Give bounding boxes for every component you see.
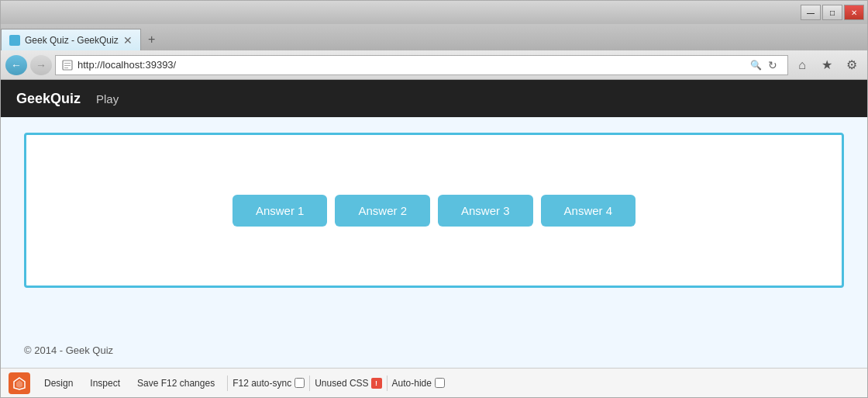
tab-title: Geek Quiz - GeekQuiz <box>25 35 119 46</box>
main-area: Answer 1 Answer 2 Answer 3 Answer 4 <box>1 117 867 333</box>
devtools-bar: Design Inspect Save F12 changes F12 auto… <box>1 368 867 397</box>
favorites-button[interactable]: ★ <box>816 55 838 75</box>
active-tab[interactable]: Geek Quiz - GeekQuiz ✕ <box>1 29 141 50</box>
new-tab-button[interactable]: + <box>141 29 163 50</box>
url-refresh-button[interactable]: ↻ <box>764 56 781 74</box>
autohide-group[interactable]: Auto-hide <box>392 378 445 389</box>
url-box[interactable]: http://localhost:39393/ 🔍 ↻ <box>55 55 788 75</box>
svg-rect-3 <box>64 67 68 68</box>
minimize-button[interactable]: — <box>801 5 821 20</box>
page-content: GeekQuiz Play Answer 1 Answer 2 Answer 3… <box>1 80 867 368</box>
autosync-group[interactable]: F12 auto-sync <box>232 378 305 389</box>
svg-marker-5 <box>16 380 22 388</box>
devtools-logo <box>9 372 30 394</box>
answer-2-button[interactable]: Answer 2 <box>335 195 430 227</box>
unused-css-group: Unused CSS ! <box>315 378 381 389</box>
toolbar-right: ⌂ ★ ⚙ <box>791 55 863 75</box>
settings-button[interactable]: ⚙ <box>841 55 863 75</box>
forward-button[interactable]: → <box>30 55 52 75</box>
autohide-checkbox[interactable] <box>435 378 445 388</box>
inspect-button[interactable]: Inspect <box>82 376 128 391</box>
save-f12-button[interactable]: Save F12 changes <box>129 376 222 391</box>
answer-3-button[interactable]: Answer 3 <box>438 195 533 227</box>
answer-buttons: Answer 1 Answer 2 Answer 3 Answer 4 <box>232 195 636 227</box>
design-button[interactable]: Design <box>36 376 81 391</box>
answer-4-button[interactable]: Answer 4 <box>541 195 636 227</box>
devtools-separator-1 <box>227 376 228 391</box>
css-warning-icon: ! <box>371 378 382 389</box>
home-button[interactable]: ⌂ <box>791 55 813 75</box>
app-navbar: GeekQuiz Play <box>1 80 867 117</box>
devtools-separator-2 <box>309 376 310 391</box>
url-text: http://localhost:39393/ <box>78 59 747 71</box>
autosync-label: F12 auto-sync <box>232 378 291 389</box>
devtools-separator-3 <box>387 376 388 391</box>
close-button[interactable]: ✕ <box>844 5 864 20</box>
url-search-button[interactable]: 🔍 <box>747 56 764 74</box>
play-nav-link[interactable]: Play <box>96 92 119 106</box>
quiz-container: Answer 1 Answer 2 Answer 3 Answer 4 <box>24 133 844 288</box>
svg-rect-2 <box>64 65 71 66</box>
autohide-label: Auto-hide <box>392 378 432 389</box>
footer-text: © 2014 - Geek Quiz <box>24 344 113 356</box>
address-bar: ← → http://localhost:39393/ 🔍 ↻ ⌂ ★ ⚙ <box>1 50 867 80</box>
back-button[interactable]: ← <box>5 55 27 75</box>
tab-bar: Geek Quiz - GeekQuiz ✕ + <box>1 24 867 50</box>
url-page-icon <box>62 60 73 71</box>
tab-close-button[interactable]: ✕ <box>123 34 133 47</box>
browser-window: — □ ✕ Geek Quiz - GeekQuiz ✕ + ← → <box>0 0 868 398</box>
title-bar-controls: — □ ✕ <box>801 5 864 20</box>
title-bar: — □ ✕ <box>1 1 867 24</box>
page-footer: © 2014 - Geek Quiz <box>1 333 867 368</box>
autosync-checkbox[interactable] <box>294 378 305 388</box>
app-brand: GeekQuiz <box>16 91 81 107</box>
unused-css-label: Unused CSS <box>315 378 368 389</box>
tab-favicon <box>9 35 20 46</box>
svg-rect-1 <box>64 63 71 64</box>
answer-1-button[interactable]: Answer 1 <box>232 195 328 227</box>
maximize-button[interactable]: □ <box>822 5 842 20</box>
